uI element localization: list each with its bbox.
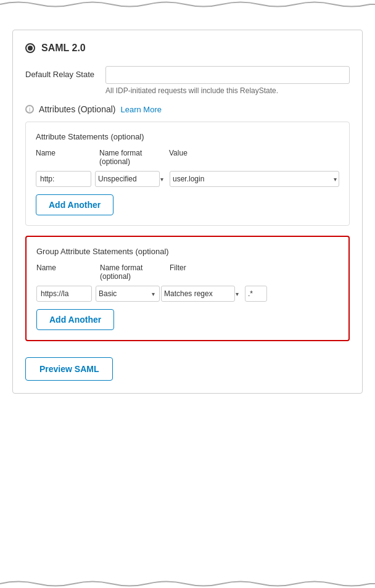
attributes-label: Attributes (Optional) (39, 104, 116, 114)
attr-add-another-button[interactable]: Add Another (36, 194, 113, 215)
default-relay-state-hint: All IDP-initiated requests will include … (105, 86, 350, 95)
learn-more-link[interactable]: Learn More (121, 105, 162, 114)
saml-radio[interactable] (25, 43, 35, 53)
attr-columns-header: Name Name format (optional) Value (36, 149, 339, 166)
group-attr-columns-header: Name Name format (optional) Filter (36, 263, 339, 281)
attributes-header: i Attributes (Optional) Learn More (25, 104, 350, 114)
group-attr-filter-select-wrapper: Matches regex Equals Starts with Contain… (161, 286, 241, 302)
saml-title: SAML 2.0 (41, 43, 86, 54)
attr-name-input[interactable] (36, 171, 91, 187)
default-relay-state-row: Default Relay State All IDP-initiated re… (25, 66, 350, 95)
attr-value-select-wrapper: user.login user.email user.firstName use… (170, 171, 339, 187)
group-attr-col-name-label: Name (36, 263, 95, 281)
saml-header: SAML 2.0 (25, 43, 350, 54)
group-attr-row-inputs: Unspecified Basic URI Reference Matches … (36, 286, 339, 302)
default-relay-state-label: Default Relay State (25, 66, 105, 79)
group-attr-col-format-label: Name format (optional) (100, 263, 165, 281)
group-attr-format-select-wrapper: Unspecified Basic URI Reference (96, 286, 157, 302)
attribute-statements-title: Attribute Statements (optional) (36, 132, 339, 141)
group-attribute-statements-box: Group Attribute Statements (optional) Na… (25, 236, 350, 341)
attr-format-select[interactable]: Unspecified Basic URI Reference (95, 171, 160, 187)
page-wrapper: SAML 2.0 Default Relay State All IDP-ini… (0, 0, 375, 588)
group-attr-filter-value-input[interactable] (245, 286, 267, 302)
attr-value-select[interactable]: user.login user.email user.firstName use… (170, 171, 339, 187)
attr-format-select-wrapper: Unspecified Basic URI Reference (95, 171, 166, 187)
group-attr-col-filter-label: Filter (170, 263, 339, 281)
attr-col-format-label: Name format (optional) (99, 149, 164, 166)
preview-saml-button[interactable]: Preview SAML (25, 357, 113, 381)
attr-col-name-label: Name (36, 149, 94, 166)
default-relay-state-input[interactable] (105, 66, 350, 84)
group-attr-add-another-button[interactable]: Add Another (36, 309, 114, 330)
group-attr-name-input[interactable] (36, 286, 92, 302)
main-card: SAML 2.0 Default Relay State All IDP-ini… (12, 30, 363, 394)
attr-col-value-label: Value (169, 149, 339, 166)
attribute-statements-box: Attribute Statements (optional) Name Nam… (25, 122, 350, 226)
group-attr-title: Group Attribute Statements (optional) (36, 247, 339, 256)
attr-row-inputs: Unspecified Basic URI Reference user.log… (36, 171, 339, 187)
group-attr-format-select[interactable]: Unspecified Basic URI Reference (96, 286, 160, 302)
attributes-section: i Attributes (Optional) Learn More Attri… (25, 104, 350, 341)
group-attr-filter-select[interactable]: Matches regex Equals Starts with Contain… (161, 286, 235, 302)
default-relay-state-field-wrapper: All IDP-initiated requests will include … (105, 66, 350, 95)
info-icon: i (25, 105, 34, 114)
